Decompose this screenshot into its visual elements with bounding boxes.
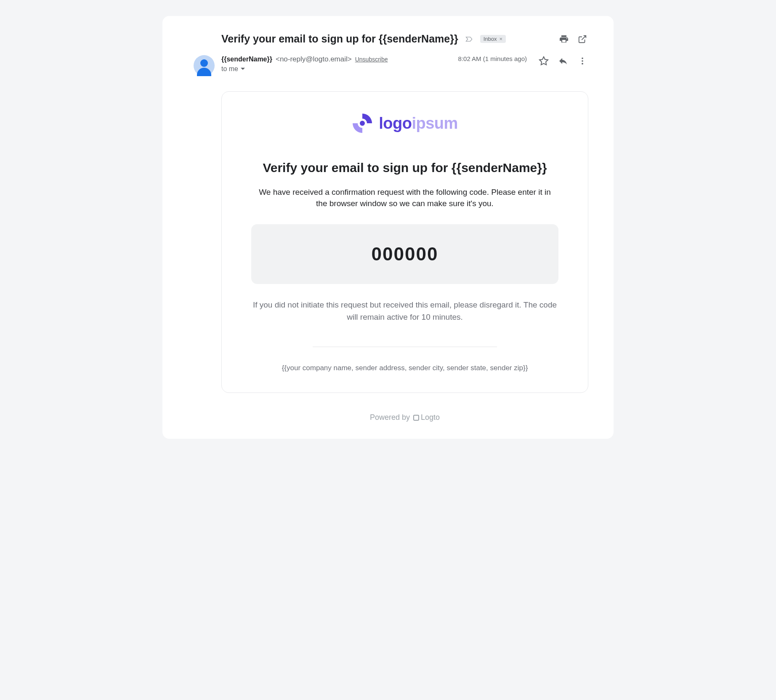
company-footer: {{your company name, sender address, sen… bbox=[251, 364, 558, 372]
meta-text: {{senderName}} <no-reply@logto.email> Un… bbox=[221, 55, 452, 73]
email-subject: Verify your email to sign up for {{sende… bbox=[221, 33, 458, 45]
powered-by: Powered by Logto bbox=[221, 413, 588, 422]
verification-code-box: 000000 bbox=[251, 224, 558, 284]
star-icon[interactable] bbox=[538, 55, 550, 67]
label-arrow-icon[interactable] bbox=[465, 35, 473, 43]
to-line[interactable]: to me bbox=[221, 65, 452, 73]
powered-prefix: Powered by bbox=[370, 413, 410, 422]
logto-brand: Logto bbox=[413, 413, 440, 422]
divider bbox=[313, 347, 497, 347]
reply-icon[interactable] bbox=[557, 55, 569, 67]
action-icons bbox=[538, 55, 588, 67]
subject-row: Verify your email to sign up for {{sende… bbox=[188, 33, 588, 45]
logto-icon bbox=[413, 415, 419, 421]
verification-code: 000000 bbox=[372, 244, 438, 264]
avatar[interactable] bbox=[194, 55, 215, 76]
print-icon[interactable] bbox=[558, 33, 570, 45]
sender-email: <no-reply@logto.email> bbox=[276, 55, 352, 64]
to-line-text: to me bbox=[221, 65, 238, 73]
sender-name: {{senderName}} bbox=[221, 56, 272, 63]
inbox-chip-close-icon[interactable]: × bbox=[499, 36, 502, 42]
logo-text-part1: logo bbox=[379, 114, 412, 132]
sender-line: {{senderName}} <no-reply@logto.email> Un… bbox=[221, 55, 452, 64]
logo-row: logoipsum bbox=[251, 113, 558, 134]
disclaimer-text: If you did not initiate this request but… bbox=[251, 299, 558, 323]
inbox-chip-label: Inbox bbox=[484, 36, 497, 42]
email-body: logoipsum Verify your email to sign up f… bbox=[221, 91, 588, 393]
meta-row: {{senderName}} <no-reply@logto.email> Un… bbox=[188, 55, 588, 76]
logo-text-part2: ipsum bbox=[412, 114, 457, 132]
body-paragraph: We have received a confirmation request … bbox=[251, 187, 558, 209]
svg-point-3 bbox=[582, 60, 583, 62]
body-title: Verify your email to sign up for {{sende… bbox=[251, 161, 558, 175]
svg-point-4 bbox=[582, 63, 583, 65]
logo-mark-icon bbox=[352, 113, 373, 134]
svg-point-2 bbox=[582, 58, 583, 59]
logo-text: logoipsum bbox=[379, 114, 458, 133]
chevron-down-icon bbox=[241, 67, 245, 71]
svg-point-5 bbox=[360, 121, 365, 126]
inbox-chip[interactable]: Inbox × bbox=[480, 35, 506, 43]
svg-marker-1 bbox=[539, 57, 548, 65]
svg-line-0 bbox=[582, 35, 586, 40]
email-card: Verify your email to sign up for {{sende… bbox=[162, 16, 614, 439]
logto-brand-name: Logto bbox=[421, 413, 440, 422]
unsubscribe-link[interactable]: Unsubscribe bbox=[355, 56, 388, 63]
open-new-window-icon[interactable] bbox=[577, 33, 588, 45]
more-vert-icon[interactable] bbox=[577, 55, 588, 67]
timestamp: 8:02 AM (1 minutes ago) bbox=[458, 55, 527, 62]
